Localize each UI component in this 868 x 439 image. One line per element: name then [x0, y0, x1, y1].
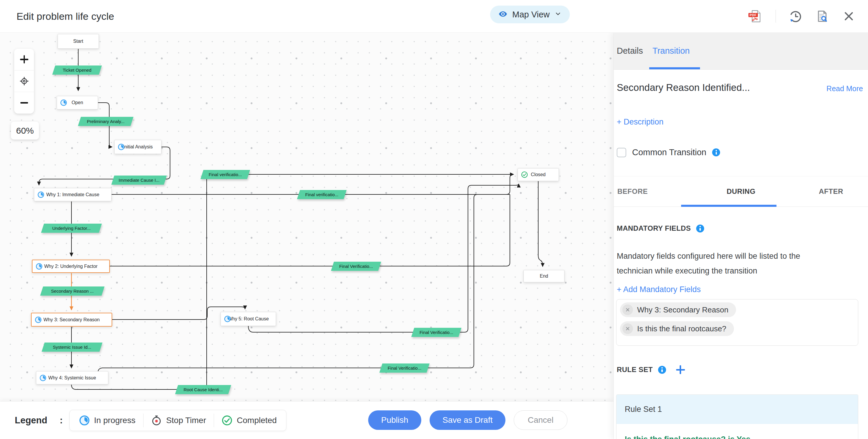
zoom-controls — [14, 49, 34, 113]
transition-label[interactable]: Final Verificatio... — [381, 364, 428, 373]
close-icon[interactable] — [842, 9, 856, 23]
export-pdf-icon[interactable]: PDF — [749, 9, 763, 23]
tab-details[interactable]: Details — [617, 32, 643, 69]
mandatory-field-chip-label: Is this the final rootcause? — [637, 324, 726, 333]
legend-item: Completed — [214, 415, 284, 426]
stop-timer-icon — [151, 415, 162, 426]
in-progress-icon — [79, 415, 90, 426]
plus-icon — [20, 55, 28, 63]
publish-button[interactable]: Publish — [368, 410, 421, 430]
info-icon[interactable] — [696, 225, 704, 233]
rule-set-card: Rule Set 1 Is this the final rootcause? … — [616, 395, 858, 439]
in-progress-icon — [224, 316, 231, 323]
transition-label[interactable]: Root Cause Identi... — [177, 385, 230, 394]
transition-label[interactable]: Secondary Reason ... — [42, 286, 103, 296]
node-label: Why 3: Secondary Reason — [32, 317, 112, 323]
in-progress-icon — [35, 316, 42, 323]
transition-label-text: Secondary Reason ... — [42, 286, 103, 296]
node-why-3-secondary-reason[interactable]: Why 3: Secondary Reason — [31, 313, 112, 327]
mandatory-fields-heading-row: MANDATORY FIELDS — [617, 224, 704, 233]
mandatory-field-chip: Is this the final rootcause? — [620, 321, 734, 336]
read-more-link[interactable]: Read More — [826, 85, 863, 93]
transition-title: Secondary Reason Identified... — [617, 82, 826, 93]
completed-icon — [521, 171, 528, 178]
add-mandatory-fields-link[interactable]: + Add Mandatory Fields — [617, 285, 701, 294]
node-label: Why 1: Immediate Cause — [34, 192, 111, 197]
transition-label[interactable]: Final verificatio... — [299, 190, 345, 199]
transition-label[interactable]: Ticket Opened — [54, 66, 100, 75]
save-as-draft-button[interactable]: Save as Draft — [430, 410, 506, 430]
zoom-in-button[interactable] — [14, 49, 34, 70]
node-why-1-immediate-cause[interactable]: Why 1: Immediate Cause — [34, 188, 112, 201]
legend-item-label: Completed — [237, 416, 277, 425]
info-icon[interactable] — [658, 366, 666, 374]
transition-label-text: Final verificatio... — [299, 190, 345, 199]
legend-item-label: Stop Timer — [166, 416, 206, 425]
workflow-canvas[interactable]: 60% StartOpenInitial AnalysisWhy 1: Imme… — [0, 32, 614, 401]
tab-transition[interactable]: Transition — [652, 32, 690, 69]
zoom-out-button[interactable] — [14, 92, 34, 113]
node-start[interactable]: Start — [58, 34, 99, 49]
pdf-badge-label: PDF — [748, 13, 758, 17]
node-why-5-root-cause[interactable]: Why 5: Root Cause — [221, 312, 276, 326]
in-progress-icon — [39, 374, 46, 381]
bottombar: Legend : In progressStop TimerCompleted … — [0, 401, 614, 439]
node-end[interactable]: End — [523, 270, 564, 282]
rule-set-item[interactable]: Rule Set 1 — [616, 395, 858, 424]
node-why-4-systemic-issue[interactable]: Why 4: Systemic Issue — [36, 371, 108, 384]
mandatory-field-chip: Why 3: Secondary Reason — [620, 302, 736, 317]
transition-label[interactable]: Final Verificatio... — [413, 328, 460, 337]
transition-label[interactable]: Systemic Issue Id... — [43, 342, 101, 352]
active-phase-underline — [681, 205, 776, 207]
remove-field-icon[interactable] — [622, 304, 633, 315]
in-progress-icon — [118, 144, 125, 150]
legend-title: Legend — [15, 415, 47, 426]
transition-label[interactable]: Underlying Factor... — [42, 224, 100, 233]
transition-label-text: Final Verificatio... — [413, 328, 460, 337]
node-why-2-underlying-factor[interactable]: Why 2: Underlying Factor — [32, 260, 110, 273]
footer-actions: PublishSave as DraftCancel — [368, 410, 567, 430]
transition-label[interactable]: Immediate Cause I... — [113, 175, 165, 185]
transition-label[interactable]: Preliminary Analy... — [80, 117, 132, 126]
transition-label-text: Underlying Factor... — [42, 224, 100, 233]
transition-label-text: Final verificatio... — [202, 170, 249, 179]
zoom-level-indicator: 60% — [11, 122, 39, 140]
transition-label[interactable]: Final Verificatio... — [333, 262, 380, 271]
rule-set-condition: Is this the final rootcause? is Yes — [616, 424, 858, 439]
transition-label-text: Preliminary Analy... — [80, 117, 132, 126]
info-icon[interactable] — [712, 148, 720, 156]
node-open[interactable]: Open — [57, 96, 98, 109]
transition-label-text: Systemic Issue Id... — [43, 342, 101, 352]
legend-item: In progress — [71, 415, 143, 426]
fit-to-screen-button[interactable] — [14, 70, 34, 92]
node-closed[interactable]: Closed — [518, 168, 559, 181]
tab-after[interactable]: AFTER — [819, 187, 868, 196]
add-rule-set-icon[interactable] — [676, 365, 685, 374]
in-progress-icon — [37, 191, 44, 198]
in-progress-icon — [60, 99, 67, 106]
version-history-icon[interactable] — [789, 9, 802, 23]
map-view-label: Map View — [512, 10, 550, 20]
map-view-selector[interactable]: Map View — [490, 6, 570, 23]
cancel-button[interactable]: Cancel — [514, 410, 567, 430]
transition-label[interactable]: Final verificatio... — [202, 170, 249, 179]
legend-colon: : — [60, 415, 63, 426]
tab-during[interactable]: DURING — [726, 187, 755, 196]
icon-divider — [776, 10, 776, 23]
workflow-editor: Edit problem life cycle Map View PDF — [0, 0, 868, 439]
crosshair-icon — [19, 76, 29, 86]
node-label: End — [524, 273, 564, 279]
legend-item: Stop Timer — [144, 415, 214, 426]
transition-label-text: Final Verificatio... — [333, 262, 380, 271]
eye-icon — [498, 9, 507, 20]
common-transition-checkbox[interactable] — [617, 148, 626, 157]
add-description-link[interactable]: + Description — [617, 117, 663, 127]
common-transition-row: Common Transition — [617, 147, 720, 157]
transition-label-text: Root Cause Identi... — [177, 385, 230, 394]
node-initial-analysis[interactable]: Initial Analysis — [114, 140, 161, 154]
audit-log-icon[interactable] — [815, 9, 829, 23]
node-label: Why 2: Underlying Factor — [32, 264, 109, 269]
transition-label-text: Ticket Opened — [54, 66, 100, 75]
tab-before[interactable]: BEFORE — [614, 187, 648, 196]
remove-field-icon[interactable] — [622, 323, 633, 334]
